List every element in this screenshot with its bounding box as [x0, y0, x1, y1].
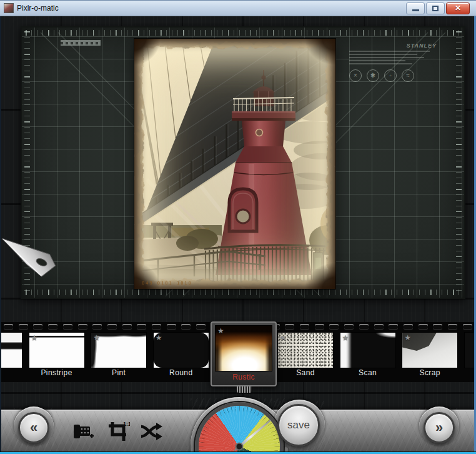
filmstrip-item-Scan[interactable]: ★: [340, 333, 395, 368]
filmstrip-sprocket-hole: [78, 324, 87, 330]
selected-border-label: Rustic: [212, 373, 275, 381]
filmstrip-sprocket-hole: [329, 324, 339, 330]
selected-border-thumbnail[interactable]: ★: [216, 326, 272, 371]
filmstrip-sprocket-hole: [4, 324, 13, 330]
filmstrip-sprocket-hole: [137, 324, 146, 330]
star-icon: ★: [156, 333, 162, 342]
mat-brand-logo: STANLEY: [349, 43, 437, 49]
filmstrip-item-Pint[interactable]: ★: [91, 333, 146, 368]
filmstrip-sprocket-hole: [359, 324, 369, 330]
filmstrip-sprocket-hole: [92, 324, 102, 330]
mat-ruler-right: [456, 31, 462, 294]
window-border-bottom: [0, 451, 476, 454]
close-icon: ✕: [447, 4, 469, 13]
mat-warning-icon: ≈: [402, 69, 414, 82]
filmstrip-sprocket-hole: [122, 324, 132, 330]
minimize-button[interactable]: [406, 3, 425, 14]
filmstrip-item-Round[interactable]: ★: [154, 333, 209, 368]
star-icon: ★: [93, 333, 100, 342]
mat-ruler-top: [26, 30, 460, 36]
filmstrip-item-partial[interactable]: [0, 333, 22, 368]
filmstrip-item-Scrap[interactable]: ★: [402, 333, 457, 368]
star-icon: ★: [280, 333, 287, 342]
filmstrip-sprocket-hole: [196, 324, 206, 330]
restore-icon: [432, 6, 439, 11]
mat-print-line: [349, 57, 424, 58]
filmstrip-sprocket-hole: [167, 324, 176, 330]
mat-warning-icon: ✱: [367, 69, 379, 82]
minimize-icon: [412, 9, 419, 11]
next-category-button[interactable]: »: [424, 412, 455, 443]
film-add-icon[interactable]: [71, 420, 95, 443]
dial-hub: [236, 443, 244, 451]
filmstrip-sprocket-hole: [300, 324, 309, 330]
crop-ratio-icon[interactable]: 1:1: [106, 420, 130, 443]
star-icon: ★: [217, 326, 224, 335]
close-button[interactable]: ✕: [446, 3, 470, 14]
star-icon: ★: [342, 333, 349, 342]
restore-button[interactable]: [426, 3, 445, 14]
app-icon: [4, 3, 14, 13]
filmstrip-sprocket-hole: [48, 324, 57, 330]
filmstrip-sprocket-hole: [181, 324, 191, 330]
filmstrip-label: Round: [150, 368, 212, 377]
filmstrip-sprocket-hole: [344, 324, 354, 330]
mat-warning-icons: × ✱ ◦ ≈: [349, 69, 437, 82]
mat-print-line: [349, 63, 412, 64]
mat-corner-label: [61, 40, 101, 46]
filmstrip-sprocket-hole: [315, 324, 324, 330]
filmstrip-sprocket-hole: [419, 324, 428, 330]
selected-border-frame[interactable]: ★ Rustic: [211, 321, 277, 386]
filmstrip-label: Scrap: [399, 368, 461, 377]
filmstrip-label: Pint: [87, 368, 150, 377]
lighthouse-photo-scene: [134, 39, 335, 289]
star-icon: ★: [404, 333, 411, 342]
previous-category-button[interactable]: «: [18, 412, 49, 443]
filmstrip-label: Pinstripe: [26, 368, 88, 377]
window-title: Pixlr-o-matic: [17, 4, 59, 13]
filmstrip-sprocket-hole: [63, 324, 72, 330]
app-window: Pixlr-o-matic ✕ STANLEY: [0, 0, 476, 454]
titlebar[interactable]: Pixlr-o-matic ✕: [0, 0, 476, 16]
mat-print-line: [349, 51, 430, 52]
filmstrip-sprocket-hole: [433, 324, 442, 330]
edited-photo[interactable]: 049·0101·1010: [134, 39, 335, 289]
filmstrip-label: Sand: [274, 368, 337, 377]
filmstrip-sprocket-hole: [152, 324, 161, 330]
window-controls: ✕: [406, 3, 472, 14]
mat-ruler-bottom: [26, 290, 460, 295]
filmstrip-sprocket-hole: [33, 324, 42, 330]
filmstrip-sprocket-hole: [374, 324, 384, 330]
filmstrip-sprocket-hole: [404, 324, 413, 330]
film-frame-code: 049·0101·1010: [142, 281, 192, 286]
shuffle-icon[interactable]: [139, 420, 162, 443]
filmstrip-sprocket-hole: [19, 324, 28, 330]
filmstrip-sprocket-hole: [463, 324, 472, 330]
window-border-left: [0, 16, 1, 454]
filmstrip-item-Pinstripe[interactable]: ★: [29, 333, 84, 368]
filmstrip-sprocket-hole: [389, 324, 398, 330]
filmstrip-label: Scan: [337, 368, 399, 377]
mat-warning-icon: ×: [349, 69, 362, 82]
save-button[interactable]: save: [277, 404, 320, 446]
mat-info-print: STANLEY × ✱ ◦ ≈: [349, 43, 437, 82]
filmstrip-sprocket-hole: [285, 324, 294, 330]
bottom-toolbar: « » 1:1 save: [0, 382, 476, 454]
mat-warning-icon: ◦: [384, 69, 397, 82]
crop-ratio-text: 1:1: [123, 421, 130, 427]
mat-print-line: [349, 60, 405, 61]
filmstrip-item-Sand[interactable]: ★: [278, 333, 333, 368]
filmstrip-sprocket-hole: [107, 324, 117, 330]
star-icon: ★: [31, 333, 38, 342]
mat-print-line: [349, 54, 417, 55]
filmstrip-sprocket-hole: [448, 324, 457, 330]
